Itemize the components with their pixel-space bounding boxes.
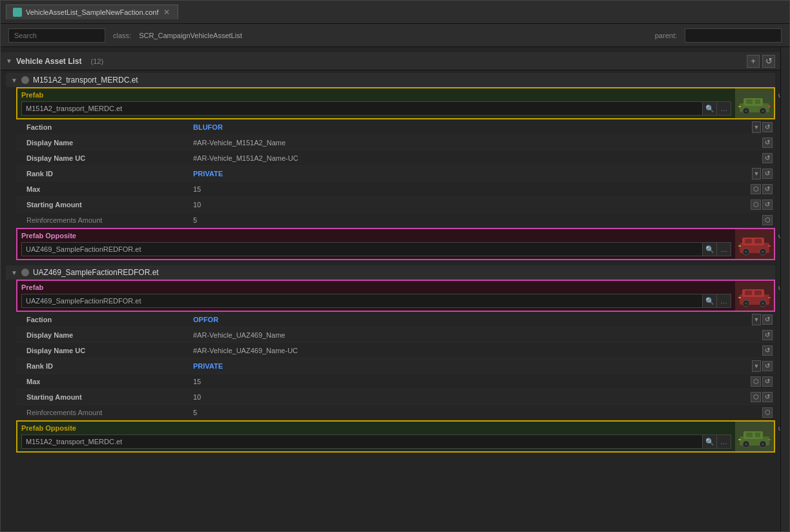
rank-id-reset-1[interactable]: ↺ — [762, 169, 773, 179]
max-value-2: 15 — [188, 378, 751, 385]
svg-rect-32 — [768, 297, 771, 298]
class-label: class: — [113, 32, 131, 39]
starting-amount-label-1: Starting Amount — [26, 201, 188, 209]
faction-value-1: BLUFOR — [188, 123, 752, 131]
vehicle-1-header: ▼ M151A2_transport_MERDC.et — [6, 73, 775, 87]
rank-id-dropdown-2[interactable]: ▼ — [752, 360, 761, 372]
svg-point-10 — [762, 110, 764, 112]
faction-value-2: OPFOR — [188, 316, 752, 323]
display-name-value-1: #AR-Vehicle_M151A2_Name — [188, 139, 762, 147]
reinforcements-value-2: 5 — [188, 409, 762, 416]
display-name-uc-reset-1[interactable]: ↺ — [762, 153, 773, 163]
starting-amount-value-2: 10 — [188, 393, 751, 401]
vehicle-2-name: UAZ469_SampleFactionREDFOR.et — [33, 268, 159, 277]
rank-id-label-1: Rank ID — [26, 170, 188, 178]
starting-amount-spinner-2[interactable]: ⬡ — [751, 392, 761, 402]
max-reset-2[interactable]: ↺ — [762, 376, 773, 387]
svg-rect-15 — [745, 239, 752, 243]
display-name-label-2: Display Name — [26, 331, 188, 339]
max-spinner-1[interactable]: ⬡ — [751, 184, 761, 194]
max-label-2: Max — [26, 378, 188, 385]
faction-label-2: Faction — [26, 316, 188, 323]
scrollbar-panel[interactable] — [780, 47, 789, 531]
close-tab-button[interactable]: ✕ — [162, 8, 171, 17]
prefab-1-input[interactable] — [22, 105, 702, 112]
scroll-area[interactable]: ▼ Vehicle Asset List (12) + ↺ ▼ M151A2_t… — [1, 47, 780, 531]
prefab-opposite-2-label: Prefab Opposite — [21, 424, 731, 432]
faction-reset-1[interactable]: ↺ — [762, 122, 773, 132]
svg-point-40 — [762, 443, 764, 445]
parent-input[interactable] — [685, 28, 782, 43]
vehicle-2-icon — [21, 269, 29, 276]
vehicle-item-1: ▼ M151A2_transport_MERDC.et Prefab 🔍 … — [6, 73, 775, 260]
max-reset-1[interactable]: ↺ — [762, 184, 773, 194]
display-name-reset-2[interactable]: ↺ — [762, 330, 773, 340]
rank-id-label-2: Rank ID — [26, 362, 188, 370]
svg-rect-42 — [768, 439, 771, 440]
reinforcements-spinner-1[interactable]: ⬡ — [762, 215, 773, 225]
reinforcements-row-1: Reinforcements Amount 5 ⬡ — [16, 212, 775, 228]
vehicle-1-name: M151A2_transport_MERDC.et — [33, 76, 138, 85]
prefab-2-search-btn[interactable]: 🔍 — [702, 294, 716, 307]
reinforcements-label-1: Reinforcements Amount — [26, 216, 188, 224]
vehicle-1-chevron[interactable]: ▼ — [11, 77, 17, 84]
display-name-uc-value-1: #AR-Vehicle_M151A2_Name-UC — [188, 154, 762, 162]
svg-rect-41 — [738, 439, 741, 440]
asset-list-chevron[interactable]: ▼ — [6, 57, 12, 65]
asset-list-title: Vehicle Asset List — [16, 57, 82, 66]
prefab-1-reset-btn[interactable]: ↺ — [778, 91, 780, 100]
rank-id-dropdown-1[interactable]: ▼ — [752, 168, 761, 179]
prefab-2-reset-btn[interactable]: ↺ — [778, 283, 780, 292]
display-name-uc-label-2: Display Name UC — [26, 347, 188, 354]
reinforcements-spinner-2[interactable]: ⬡ — [762, 407, 773, 418]
prefab-1-search-btn[interactable]: 🔍 — [702, 102, 716, 115]
vehicle-2-properties: Faction OPFOR ▼ ↺ Display Name #AR-Vehic… — [16, 312, 775, 420]
starting-amount-reset-1[interactable]: ↺ — [762, 200, 773, 210]
prefab-1-more-btn[interactable]: … — [716, 102, 731, 115]
prefab-1-label: Prefab — [21, 91, 731, 99]
max-spinner-2[interactable]: ⬡ — [751, 376, 761, 387]
tab-title: VehicleAssetList_SampleNewFaction.conf — [26, 8, 158, 16]
rank-id-value-2: PRIVATE — [188, 362, 752, 370]
prefab-opposite-2-more-btn[interactable]: … — [716, 435, 731, 448]
starting-amount-row-1: Starting Amount 10 ⬡ ↺ — [16, 197, 775, 212]
prefab-opposite-2-thumb — [735, 422, 774, 451]
faction-label-1: Faction — [26, 123, 188, 131]
prefab-opposite-2-search-btn[interactable]: 🔍 — [702, 435, 716, 448]
prefab-opposite-2-input[interactable] — [22, 438, 702, 445]
reset-list-button[interactable]: ↺ — [762, 55, 775, 68]
starting-amount-spinner-1[interactable]: ⬡ — [751, 200, 761, 210]
svg-rect-11 — [738, 106, 741, 107]
prefab-opposite-1-reset-btn[interactable]: ↺ — [778, 232, 780, 241]
faction-dropdown-2[interactable]: ▼ — [752, 314, 761, 325]
rank-id-reset-2[interactable]: ↺ — [762, 361, 773, 371]
display-name-reset-1[interactable]: ↺ — [762, 138, 773, 148]
vehicle-1-icon — [21, 76, 29, 84]
prefab-opposite-1-search-btn[interactable]: 🔍 — [702, 243, 716, 256]
svg-rect-6 — [755, 99, 760, 104]
faction-dropdown-1[interactable]: ▼ — [752, 121, 761, 133]
tab-vehicle-asset-list[interactable]: VehicleAssetList_SampleNewFaction.conf ✕ — [6, 5, 178, 19]
prefab-2-input[interactable] — [22, 297, 702, 305]
prefab-opposite-1-more-btn[interactable]: … — [716, 243, 731, 256]
faction-reset-2[interactable]: ↺ — [762, 314, 773, 325]
asset-list-count: (12) — [91, 57, 104, 65]
prefab-opposite-card-1: Prefab Opposite 🔍 … — [16, 228, 775, 260]
reinforcements-value-1: 5 — [188, 216, 762, 224]
reinforcements-row-2: Reinforcements Amount 5 ⬡ — [16, 405, 775, 420]
prefab-opposite-2-reset-btn[interactable]: ↺ — [778, 424, 780, 433]
prefab-2-label: Prefab — [21, 283, 731, 291]
prefab-opposite-1-thumb — [735, 229, 774, 259]
prefab-2-more-btn[interactable]: … — [716, 294, 731, 307]
add-item-button[interactable]: + — [747, 55, 760, 68]
display-name-uc-reset-2[interactable]: ↺ — [762, 345, 773, 356]
svg-rect-36 — [755, 433, 760, 437]
starting-amount-reset-2[interactable]: ↺ — [762, 392, 773, 402]
search-input[interactable] — [8, 28, 105, 43]
prefab-opposite-1-input[interactable] — [22, 245, 702, 253]
parent-label: parent: — [655, 32, 677, 39]
main-content: ▼ Vehicle Asset List (12) + ↺ ▼ M151A2_t… — [1, 47, 789, 531]
vehicle-2-chevron[interactable]: ▼ — [11, 269, 17, 276]
prefab-card-2: Prefab 🔍 … — [16, 280, 775, 312]
starting-amount-label-2: Starting Amount — [26, 393, 188, 401]
